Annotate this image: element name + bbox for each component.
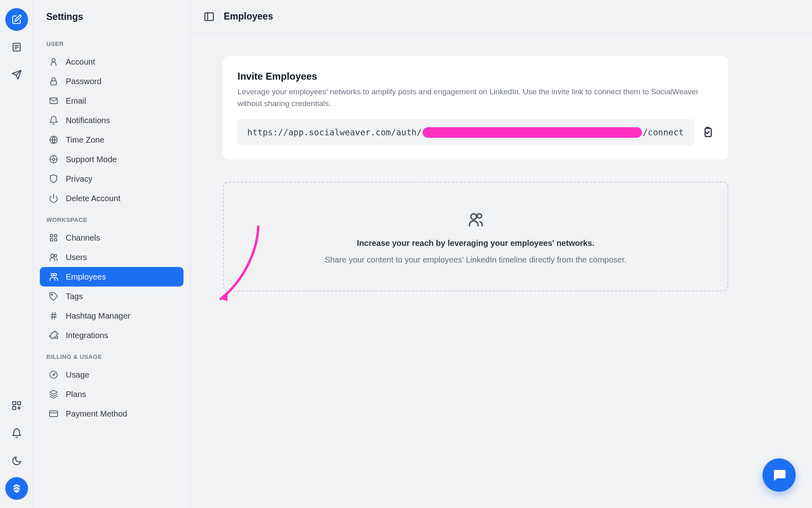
section-workspace-label: WORKSPACE	[33, 208, 190, 228]
nav-label: Integrations	[66, 331, 108, 340]
invite-url-prefix: https://app.socialweaver.com/auth/	[247, 128, 422, 137]
layers-icon	[49, 389, 58, 399]
nav-delete-account[interactable]: Delete Account	[40, 189, 184, 208]
gauge-icon	[49, 370, 58, 380]
svg-line-28	[54, 313, 55, 319]
empty-line2: Share your content to your employees' Li…	[240, 255, 711, 265]
nav-users[interactable]: Users	[40, 247, 184, 267]
credit-card-icon	[49, 409, 58, 419]
nav-hashtag-manager[interactable]: Hashtag Manager	[40, 306, 184, 326]
nav-notifications[interactable]: Notifications	[40, 111, 184, 130]
nav-label: Email	[66, 96, 86, 106]
svg-point-9	[52, 59, 55, 62]
copy-button[interactable]	[702, 126, 714, 139]
nav-label: Account	[66, 57, 95, 67]
panel-toggle-icon[interactable]	[203, 11, 215, 22]
power-icon	[49, 193, 58, 203]
nav-label: Hashtag Manager	[66, 311, 130, 321]
compose-button[interactable]	[5, 8, 28, 31]
svg-rect-10	[51, 81, 56, 85]
nav-label: Users	[66, 253, 87, 262]
nav-privacy[interactable]: Privacy	[40, 169, 184, 189]
shield-icon	[49, 174, 58, 184]
invite-url-suffix: /connect	[643, 128, 684, 137]
nav-label: Time Zone	[66, 135, 104, 145]
content: Invite Employees Leverage your employees…	[190, 33, 812, 314]
svg-point-24	[52, 294, 53, 295]
nav-tags[interactable]: Tags	[40, 287, 184, 306]
mail-icon	[49, 96, 58, 106]
svg-point-23	[54, 274, 56, 276]
nav-label: Password	[66, 77, 102, 86]
nav-email[interactable]: Email	[40, 91, 184, 111]
nav-account[interactable]: Account	[40, 52, 184, 72]
section-user-label: USER	[33, 32, 190, 52]
apps-button[interactable]	[5, 394, 28, 417]
svg-rect-16	[50, 234, 53, 237]
svg-rect-19	[54, 239, 57, 241]
nav-usage[interactable]: Usage	[40, 365, 184, 384]
nav-label: Usage	[66, 370, 89, 380]
page-title: Employees	[224, 11, 273, 22]
nav-payment-method[interactable]: Payment Method	[40, 404, 184, 423]
svg-point-14	[52, 158, 55, 161]
svg-rect-17	[54, 234, 57, 237]
tag-icon	[49, 291, 58, 301]
empty-line1: Increase your reach by leveraging your e…	[240, 239, 711, 248]
svg-point-20	[51, 254, 54, 257]
svg-point-36	[471, 214, 476, 219]
svg-rect-4	[13, 402, 16, 405]
alerts-button[interactable]	[5, 422, 28, 445]
user-icon	[49, 57, 58, 67]
nav-plans[interactable]: Plans	[40, 384, 184, 404]
dark-mode-button[interactable]	[5, 449, 28, 472]
chat-fab[interactable]	[762, 458, 796, 492]
hash-icon	[49, 311, 58, 321]
nav-label: Employees	[66, 272, 106, 282]
workspace-switcher[interactable]	[5, 477, 28, 500]
main-area: Employees Invite Employees Leverage your…	[190, 0, 812, 508]
svg-point-21	[54, 254, 57, 257]
nav-channels[interactable]: Channels	[40, 228, 184, 247]
invite-title: Invite Employees	[238, 71, 714, 82]
redacted-segment	[423, 127, 642, 138]
topbar: Employees	[190, 0, 812, 33]
feed-button[interactable]	[5, 36, 28, 59]
invite-url[interactable]: https://app.socialweaver.com/auth/ /conn…	[238, 119, 694, 146]
support-icon	[49, 154, 58, 164]
invite-description: Leverage your employees' networks to amp…	[238, 86, 708, 109]
lock-icon	[49, 76, 58, 86]
svg-point-22	[51, 274, 54, 276]
nav-password[interactable]: Password	[40, 72, 184, 91]
globe-icon	[49, 135, 58, 145]
employees-icon	[49, 272, 58, 282]
svg-rect-33	[205, 13, 214, 20]
nav-timezone[interactable]: Time Zone	[40, 130, 184, 150]
send-button[interactable]	[5, 63, 28, 86]
nav-label: Tags	[66, 292, 83, 301]
nav-employees[interactable]: Employees	[40, 267, 184, 287]
settings-sidebar: Settings USER Account Password Email Not…	[33, 0, 190, 508]
invite-card: Invite Employees Leverage your employees…	[223, 56, 728, 160]
nav-label: Notifications	[66, 116, 110, 125]
svg-line-27	[52, 313, 53, 319]
svg-point-37	[477, 214, 482, 218]
nav-label: Payment Method	[66, 409, 127, 419]
nav-label: Privacy	[66, 174, 93, 184]
puzzle-icon	[49, 330, 58, 340]
empty-state: Increase your reach by leveraging your e…	[223, 182, 728, 291]
svg-rect-6	[13, 406, 16, 410]
nav-integrations[interactable]: Integrations	[40, 326, 184, 345]
svg-rect-5	[17, 402, 21, 405]
users-empty-icon	[467, 211, 484, 228]
settings-title: Settings	[33, 11, 190, 32]
nav-label: Support Mode	[66, 155, 117, 164]
nav-support-mode[interactable]: Support Mode	[40, 150, 184, 169]
grid-icon	[49, 233, 58, 243]
nav-label: Channels	[66, 233, 100, 243]
icon-rail	[0, 0, 33, 508]
nav-label: Delete Account	[66, 194, 121, 203]
svg-rect-18	[50, 239, 53, 241]
bell-icon	[49, 115, 58, 125]
section-billing-label: BILLING & USAGE	[33, 345, 190, 365]
